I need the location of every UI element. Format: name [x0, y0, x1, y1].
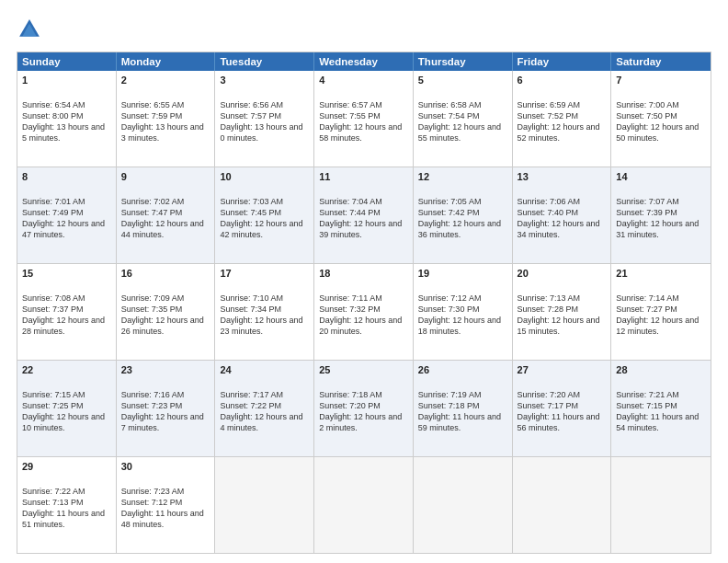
- day-number: 22: [22, 363, 111, 377]
- sunrise-text: Sunrise: 7:14 AM: [616, 293, 679, 303]
- calendar-cell: 17Sunrise: 7:10 AM Sunset: 7:34 PMDaylig…: [215, 264, 314, 360]
- sunrise-text: Sunrise: 7:19 AM: [418, 390, 482, 399]
- sunrise-text: Sunrise: 7:21 AM: [616, 390, 679, 399]
- daylight-text: Daylight: 12 hours and 47 minutes.: [22, 219, 105, 239]
- calendar-body: 1Sunrise: 6:54 AM Sunset: 8:00 PMDayligh…: [17, 71, 711, 553]
- day-number: 10: [220, 170, 309, 184]
- sunset-text: Sunset: 7:28 PM: [518, 304, 579, 314]
- sunrise-text: Sunrise: 7:01 AM: [22, 197, 85, 206]
- sunrise-text: Sunrise: 7:07 AM: [616, 197, 679, 206]
- day-number: 5: [418, 74, 507, 87]
- daylight-text: Daylight: 13 hours and 0 minutes.: [220, 122, 302, 143]
- sunrise-text: Sunrise: 6:59 AM: [518, 100, 581, 109]
- sunset-text: Sunset: 7:54 PM: [418, 111, 480, 121]
- day-number: 12: [418, 170, 507, 184]
- calendar-cell: 9Sunrise: 7:02 AM Sunset: 7:47 PMDayligh…: [117, 167, 216, 263]
- daylight-text: Daylight: 11 hours and 51 minutes.: [22, 509, 105, 529]
- day-number: 15: [22, 267, 111, 281]
- calendar-cell: 18Sunrise: 7:11 AM Sunset: 7:32 PMDaylig…: [314, 264, 414, 360]
- daylight-text: Daylight: 12 hours and 42 minutes.: [220, 219, 302, 239]
- sunrise-text: Sunrise: 6:55 AM: [121, 100, 185, 109]
- daylight-text: Daylight: 12 hours and 10 minutes.: [22, 412, 105, 432]
- calendar-row: 29Sunrise: 7:22 AM Sunset: 7:13 PMDaylig…: [17, 456, 711, 553]
- daylight-text: Daylight: 12 hours and 15 minutes.: [518, 316, 600, 336]
- daylight-text: Daylight: 12 hours and 31 minutes.: [616, 219, 699, 239]
- sunrise-text: Sunrise: 7:18 AM: [319, 390, 382, 399]
- day-number: 8: [22, 170, 111, 184]
- calendar: SundayMondayTuesdayWednesdayThursdayFrid…: [17, 52, 711, 554]
- daylight-text: Daylight: 12 hours and 34 minutes.: [518, 219, 600, 239]
- sunset-text: Sunset: 7:42 PM: [418, 208, 480, 217]
- sunset-text: Sunset: 7:13 PM: [22, 498, 84, 507]
- day-number: 16: [121, 267, 210, 281]
- day-number: 29: [22, 460, 111, 474]
- calendar-cell: 14Sunrise: 7:07 AM Sunset: 7:39 PMDaylig…: [611, 167, 711, 263]
- sunset-text: Sunset: 7:37 PM: [22, 304, 84, 314]
- day-number: 17: [220, 267, 309, 281]
- sunset-text: Sunset: 7:34 PM: [220, 304, 281, 314]
- daylight-text: Daylight: 12 hours and 52 minutes.: [518, 122, 600, 143]
- day-number: 1: [22, 74, 111, 87]
- day-number: 13: [518, 170, 607, 184]
- calendar-row: 22Sunrise: 7:15 AM Sunset: 7:25 PMDaylig…: [17, 360, 711, 456]
- sunrise-text: Sunrise: 7:08 AM: [22, 293, 85, 303]
- day-number: 2: [121, 74, 210, 87]
- header-day-wednesday: Wednesday: [314, 52, 414, 71]
- sunrise-text: Sunrise: 7:17 AM: [220, 390, 283, 399]
- calendar-cell: 2Sunrise: 6:55 AM Sunset: 7:59 PMDayligh…: [117, 71, 216, 167]
- calendar-cell: [611, 457, 711, 553]
- sunrise-text: Sunrise: 7:03 AM: [220, 197, 283, 206]
- daylight-text: Daylight: 12 hours and 39 minutes.: [319, 219, 402, 239]
- calendar-cell: 1Sunrise: 6:54 AM Sunset: 8:00 PMDayligh…: [17, 71, 117, 167]
- logo-icon: [17, 17, 42, 42]
- calendar-cell: 25Sunrise: 7:18 AM Sunset: 7:20 PMDaylig…: [314, 361, 414, 456]
- sunrise-text: Sunrise: 7:16 AM: [121, 390, 185, 399]
- sunrise-text: Sunrise: 7:15 AM: [22, 390, 85, 399]
- sunset-text: Sunset: 7:23 PM: [121, 401, 183, 410]
- calendar-cell: 3Sunrise: 6:56 AM Sunset: 7:57 PMDayligh…: [215, 71, 314, 167]
- calendar-cell: 24Sunrise: 7:17 AM Sunset: 7:22 PMDaylig…: [215, 361, 314, 456]
- calendar-cell: 4Sunrise: 6:57 AM Sunset: 7:55 PMDayligh…: [314, 71, 414, 167]
- day-number: 21: [616, 267, 706, 281]
- daylight-text: Daylight: 12 hours and 44 minutes.: [121, 219, 204, 239]
- calendar-cell: 28Sunrise: 7:21 AM Sunset: 7:15 PMDaylig…: [611, 361, 711, 456]
- sunset-text: Sunset: 7:18 PM: [418, 401, 480, 410]
- daylight-text: Daylight: 12 hours and 4 minutes.: [220, 412, 302, 432]
- daylight-text: Daylight: 11 hours and 54 minutes.: [616, 412, 699, 432]
- calendar-cell: 12Sunrise: 7:05 AM Sunset: 7:42 PMDaylig…: [414, 167, 513, 263]
- daylight-text: Daylight: 13 hours and 3 minutes.: [121, 122, 204, 143]
- header-day-friday: Friday: [513, 52, 612, 71]
- calendar-cell: 27Sunrise: 7:20 AM Sunset: 7:17 PMDaylig…: [513, 361, 612, 456]
- sunset-text: Sunset: 7:17 PM: [518, 401, 579, 410]
- sunset-text: Sunset: 7:50 PM: [616, 111, 677, 121]
- calendar-cell: 16Sunrise: 7:09 AM Sunset: 7:35 PMDaylig…: [117, 264, 216, 360]
- day-number: 18: [319, 267, 408, 281]
- calendar-header: SundayMondayTuesdayWednesdayThursdayFrid…: [17, 52, 711, 71]
- page: SundayMondayTuesdayWednesdayThursdayFrid…: [0, 0, 728, 563]
- sunrise-text: Sunrise: 7:23 AM: [121, 487, 185, 496]
- sunset-text: Sunset: 7:40 PM: [518, 208, 579, 217]
- sunset-text: Sunset: 7:35 PM: [121, 304, 183, 314]
- sunset-text: Sunset: 7:27 PM: [616, 304, 677, 314]
- calendar-cell: 15Sunrise: 7:08 AM Sunset: 7:37 PMDaylig…: [17, 264, 117, 360]
- calendar-cell: [314, 457, 414, 553]
- day-number: 11: [319, 170, 408, 184]
- calendar-cell: 30Sunrise: 7:23 AM Sunset: 7:12 PMDaylig…: [117, 457, 216, 553]
- day-number: 14: [616, 170, 706, 184]
- sunset-text: Sunset: 7:20 PM: [319, 401, 381, 410]
- sunset-text: Sunset: 7:30 PM: [418, 304, 480, 314]
- sunset-text: Sunset: 7:59 PM: [121, 111, 183, 121]
- calendar-cell: [414, 457, 513, 553]
- sunset-text: Sunset: 7:55 PM: [319, 111, 381, 121]
- daylight-text: Daylight: 12 hours and 2 minutes.: [319, 412, 402, 432]
- sunrise-text: Sunrise: 7:20 AM: [518, 390, 581, 399]
- header: [17, 17, 711, 42]
- sunrise-text: Sunrise: 7:00 AM: [616, 100, 679, 109]
- calendar-cell: 21Sunrise: 7:14 AM Sunset: 7:27 PMDaylig…: [611, 264, 711, 360]
- sunset-text: Sunset: 7:32 PM: [319, 304, 381, 314]
- sunrise-text: Sunrise: 7:02 AM: [121, 197, 185, 206]
- sunset-text: Sunset: 7:15 PM: [616, 401, 677, 410]
- daylight-text: Daylight: 12 hours and 12 minutes.: [616, 316, 699, 336]
- sunrise-text: Sunrise: 7:06 AM: [518, 197, 581, 206]
- calendar-cell: 22Sunrise: 7:15 AM Sunset: 7:25 PMDaylig…: [17, 361, 117, 456]
